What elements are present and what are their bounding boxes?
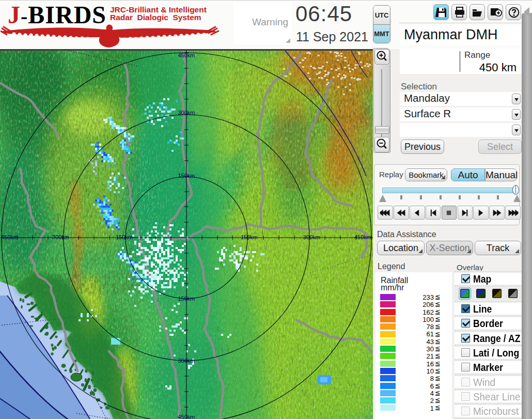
- svg-text:150km: 150km: [178, 296, 195, 302]
- svg-text:150km: 150km: [241, 234, 258, 240]
- svg-text:450km: 450km: [1, 234, 18, 240]
- svg-text:300km: 300km: [178, 110, 195, 116]
- svg-text:450km: 450km: [178, 414, 195, 419]
- svg-text:300km: 300km: [303, 234, 320, 240]
- svg-text:150km: 150km: [178, 173, 195, 179]
- svg-text:450km: 450km: [354, 234, 371, 240]
- svg-text:150km: 150km: [116, 234, 133, 240]
- svg-text:450km: 450km: [178, 52, 195, 58]
- svg-text:300km: 300km: [178, 358, 195, 364]
- svg-text:300km: 300km: [52, 234, 69, 240]
